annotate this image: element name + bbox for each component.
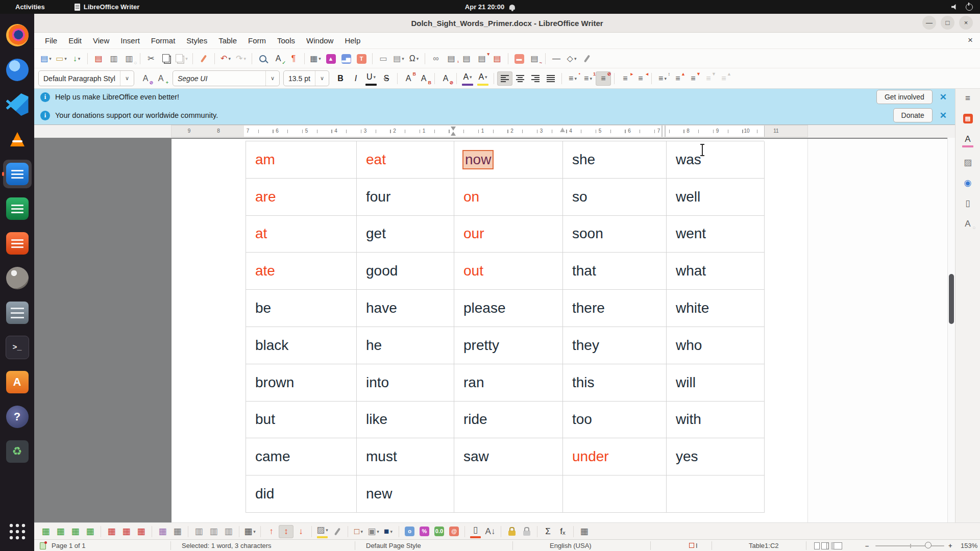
dropdown-arrow-icon[interactable]: ▾ (402, 56, 404, 61)
no-list[interactable]: ≡⊘ (596, 71, 611, 86)
border-color[interactable]: ■▾ (381, 525, 396, 538)
table-cell-r2c4[interactable]: so (563, 179, 667, 216)
delete-rows[interactable]: ▦ (104, 525, 119, 538)
find-and-replace[interactable] (255, 52, 271, 66)
table-cell-r9c5[interactable]: yes (667, 438, 765, 475)
table-cell-r1c2[interactable]: eat (357, 141, 454, 179)
page-style-status[interactable]: Default Page Style (366, 542, 421, 549)
sight-word[interactable]: soon (572, 226, 603, 242)
unprotect-cells[interactable] (519, 525, 534, 538)
table-cell-r3c3[interactable]: our (454, 216, 563, 253)
sight-word[interactable]: they (572, 337, 599, 354)
table-cell-r4c1[interactable]: ate (246, 253, 357, 290)
styles-deck[interactable]: A (960, 132, 975, 149)
column-separator-marker[interactable] (662, 126, 666, 137)
spelling[interactable]: A✓ (271, 52, 286, 66)
table-cell-r3c1[interactable]: at (246, 216, 357, 253)
navigator-deck[interactable]: ◉ (960, 176, 975, 190)
clone-table-formatting[interactable] (330, 525, 345, 538)
menu-styles[interactable]: Styles (181, 34, 213, 47)
volume-icon[interactable] (951, 4, 958, 10)
dropdown-arrow-icon[interactable]: ▾ (390, 529, 393, 534)
protect-cells[interactable] (504, 525, 519, 538)
minimize-button[interactable]: — (922, 16, 936, 30)
table-cell-r8c2[interactable]: like (357, 402, 454, 439)
table-cell-r5c4[interactable]: there (563, 290, 667, 327)
border-style[interactable]: ▣▾ (366, 525, 381, 538)
dock-app-grid[interactable] (3, 517, 32, 546)
align-right[interactable] (528, 71, 543, 86)
table-cell-r8c4[interactable]: too (563, 402, 667, 439)
sight-word[interactable]: there (572, 300, 605, 316)
update-selected-style[interactable]: A⊘ (138, 71, 153, 86)
font-name-combobox[interactable]: Segoe UI ∨ (173, 70, 280, 86)
save[interactable]: ↓▾ (69, 52, 84, 66)
decrease-paragraph-spacing[interactable]: ≡▼ (685, 71, 701, 86)
table-cell-r4c4[interactable]: that (563, 253, 667, 290)
selected-word[interactable]: now (463, 151, 493, 168)
sight-word[interactable]: brown (255, 374, 294, 391)
menu-file[interactable]: File (39, 34, 63, 47)
number-format-currency[interactable]: @ (447, 525, 461, 538)
dock-vlc[interactable] (3, 125, 32, 154)
menu-edit[interactable]: Edit (63, 34, 87, 47)
align-top[interactable]: ↑ (264, 525, 279, 538)
table-cell-r6c2[interactable]: he (357, 327, 454, 364)
table-cell-r1c4[interactable]: she (563, 141, 667, 179)
insert-comment[interactable]: ▬ (511, 52, 527, 66)
sight-word[interactable]: pretty (463, 337, 499, 354)
close-infobar-icon[interactable]: ✕ (940, 110, 947, 121)
menu-form[interactable]: Form (242, 34, 272, 47)
close-infobar-icon[interactable]: ✕ (940, 92, 947, 103)
table-cell-r2c2[interactable]: four (357, 179, 454, 216)
sidebar-settings[interactable]: ≡ (960, 91, 975, 105)
dock-thunderbird[interactable] (3, 56, 32, 84)
gallery-deck[interactable]: ▨ (960, 155, 975, 169)
book-view-icon[interactable] (831, 542, 842, 549)
sight-word[interactable]: eat (366, 152, 386, 168)
sight-word[interactable]: went (676, 226, 706, 242)
get-involved-button[interactable]: Get involved (876, 90, 933, 104)
font-size-combobox[interactable]: 13.5 pt ∨ (283, 70, 329, 86)
dropdown-arrow-icon[interactable]: ▾ (78, 56, 81, 61)
align-bottom[interactable]: ↓ (293, 525, 308, 538)
dock-terminal[interactable]: >_ (3, 333, 32, 362)
table-cell-r5c1[interactable]: be (246, 290, 357, 327)
columns-before[interactable]: ▦ (68, 525, 83, 538)
table-cell-r7c1[interactable]: brown (246, 364, 357, 402)
number-format-percent[interactable]: % (417, 525, 432, 538)
table-cell-r3c4[interactable]: soon (563, 216, 667, 253)
ordered-list[interactable]: ≡1▾ (580, 71, 596, 86)
dock-files[interactable] (3, 298, 32, 327)
sight-word[interactable]: came (255, 448, 290, 465)
selection-mode-icon[interactable]: I (689, 542, 698, 549)
sight-word[interactable]: please (463, 300, 506, 316)
insert-endnote[interactable]: ▤ (459, 52, 474, 66)
dock-libreoffice-calc[interactable] (3, 194, 32, 223)
table-cell-r5c5[interactable]: white (667, 290, 765, 327)
delete-table[interactable]: ▦ (134, 525, 149, 538)
new-document[interactable]: ▤▾ (38, 52, 54, 66)
topbar-app-menu[interactable]: LibreOffice Writer (75, 3, 140, 11)
horizontal-ruler[interactable]: 9876543211234567891011 (172, 126, 807, 137)
dropdown-arrow-icon[interactable]: ▾ (574, 76, 577, 81)
table-cell-r10c2[interactable]: new (357, 475, 454, 513)
vertical-scrollbar[interactable] (947, 138, 955, 522)
line-spacing[interactable]: ≡↕▾ (655, 71, 670, 86)
table-properties[interactable]: ▦ (577, 525, 592, 538)
superscript[interactable]: AB (401, 71, 416, 86)
clear-direct-formatting[interactable]: A⊘ (438, 71, 453, 86)
sight-word[interactable]: saw (463, 448, 489, 465)
sight-word[interactable]: black (255, 337, 288, 354)
increase-indent[interactable]: ≡▸ (618, 71, 633, 86)
merge-cells[interactable]: ▥ (191, 525, 206, 538)
sort[interactable]: A↓ (483, 525, 498, 538)
sight-word[interactable]: into (366, 374, 389, 391)
dock-ubuntu-software[interactable]: A (3, 368, 32, 396)
table-cell-r9c4[interactable]: under (563, 438, 667, 475)
export-pdf[interactable]: ▤ (91, 52, 106, 66)
sight-word[interactable]: well (676, 189, 700, 205)
dock-help[interactable]: ? (3, 403, 32, 431)
menu-window[interactable]: Window (301, 34, 339, 47)
table-cell-r7c2[interactable]: into (357, 364, 454, 402)
